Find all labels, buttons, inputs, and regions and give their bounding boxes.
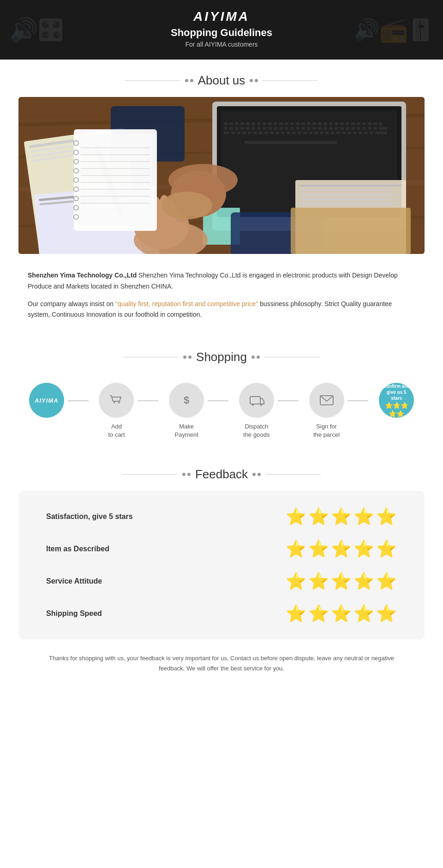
shopping-flow: AIYIMA Addto cart $ MakePayment (0, 374, 443, 453)
divider-line-left (125, 80, 180, 81)
payment-icon: $ (169, 383, 204, 418)
stars-shipping: ⭐ ⭐ ⭐ ⭐ ⭐ (286, 604, 397, 623)
svg-rect-143 (291, 208, 411, 254)
svg-rect-90 (359, 132, 362, 134)
cart-icon (99, 383, 134, 418)
about-company-name: Shenzhen Yima Technology Co.,Ltd (28, 271, 137, 279)
star-1: ⭐ (286, 507, 306, 526)
svg-point-145 (119, 402, 120, 404)
star-3: ⭐ (331, 507, 352, 526)
svg-rect-76 (281, 132, 285, 134)
svg-rect-77 (287, 132, 290, 134)
star-5: ⭐ (376, 507, 397, 526)
feedback-label-service: Service Attitude (46, 577, 286, 585)
svg-rect-39 (235, 127, 239, 130)
dot (252, 473, 256, 476)
svg-point-148 (260, 404, 262, 406)
dot (257, 473, 261, 476)
shopping-title: Shopping (196, 350, 247, 364)
svg-point-116 (162, 192, 212, 219)
svg-rect-61 (357, 127, 360, 130)
feedback-row-described: Item as Described ⭐ ⭐ ⭐ ⭐ ⭐ (46, 539, 397, 559)
dot (250, 79, 253, 82)
svg-rect-70 (248, 132, 251, 134)
svg-rect-92 (370, 132, 373, 134)
flow-label-payment: MakePayment (175, 422, 198, 439)
svg-rect-38 (229, 127, 233, 130)
svg-rect-146 (250, 397, 260, 404)
star-4: ⭐ (353, 572, 374, 591)
feedback-label-described: Item as Described (46, 545, 286, 553)
dots-right (252, 473, 261, 476)
svg-rect-74 (270, 132, 274, 134)
about-divider: About us (0, 73, 443, 88)
svg-rect-140 (300, 194, 397, 195)
star-3: ⭐ (331, 539, 352, 559)
divider-line-right (263, 80, 318, 81)
svg-rect-32 (357, 122, 360, 125)
brand-name: AIYIMA (0, 9, 443, 24)
feedback-label-satisfaction: Satisfaction, give 5 stars (46, 512, 286, 521)
svg-rect-139 (300, 189, 392, 191)
aiyima-icon: AIYIMA (29, 383, 64, 418)
svg-rect-23 (307, 122, 311, 125)
svg-rect-59 (346, 127, 349, 130)
star-5: ⭐ (376, 572, 397, 591)
svg-rect-73 (264, 132, 268, 134)
dot (257, 356, 260, 359)
svg-rect-50 (296, 127, 299, 130)
dot (255, 79, 258, 82)
svg-rect-33 (362, 122, 366, 125)
dot (188, 356, 192, 359)
feedback-row-service: Service Attitude ⭐ ⭐ ⭐ ⭐ ⭐ (46, 572, 397, 591)
svg-rect-18 (279, 122, 283, 125)
header-content: AIYIMA Shopping Guidelines For all AIYIM… (0, 9, 443, 48)
flow-step-payment: $ MakePayment (158, 383, 215, 439)
dispatch-svg (248, 392, 265, 409)
dots-right (250, 79, 258, 82)
svg-rect-69 (242, 132, 246, 134)
flow-step-cart: Addto cart (89, 383, 145, 439)
svg-rect-47 (279, 127, 283, 130)
svg-rect-36 (379, 122, 383, 125)
svg-rect-44 (263, 127, 266, 130)
svg-rect-60 (351, 127, 355, 130)
feedback-row-satisfaction: Satisfaction, give 5 stars ⭐ ⭐ ⭐ ⭐ ⭐ (46, 507, 397, 526)
svg-rect-40 (240, 127, 244, 130)
svg-rect-17 (274, 122, 277, 125)
svg-rect-72 (259, 132, 263, 134)
svg-rect-64 (373, 127, 377, 130)
svg-rect-81 (309, 132, 312, 134)
star-2: ⭐ (308, 572, 329, 591)
flow-step-dispatch: Dispatchthe goods (228, 383, 285, 439)
header: 🔊 🎛️ 🔊 📻 🎚️ AIYIMA Shopping Guidelines F… (0, 0, 443, 60)
svg-rect-30 (346, 122, 349, 125)
divider-line-right (264, 357, 320, 357)
svg-rect-48 (285, 127, 288, 130)
star-2: ⭐ (308, 507, 329, 526)
svg-rect-88 (347, 132, 351, 134)
svg-rect-28 (335, 122, 338, 125)
stars-described: ⭐ ⭐ ⭐ ⭐ ⭐ (286, 539, 397, 559)
flow-label-dispatch: Dispatchthe goods (243, 422, 269, 439)
svg-rect-54 (318, 127, 322, 130)
sign-svg (318, 392, 335, 409)
svg-rect-42 (251, 127, 255, 130)
svg-rect-8 (224, 122, 227, 125)
feedback-card: Satisfaction, give 5 stars ⭐ ⭐ ⭐ ⭐ ⭐ Ite… (18, 491, 425, 639)
svg-rect-49 (290, 127, 294, 130)
about-paragraph2-prefix: Our company always insist on (28, 300, 115, 307)
svg-rect-43 (257, 127, 261, 130)
svg-rect-12 (246, 122, 250, 125)
dispatch-icon (239, 383, 274, 418)
confirm-icon: Confirm andgive us 5 stars ⭐⭐⭐ ⭐⭐ (379, 383, 414, 418)
svg-rect-68 (237, 132, 240, 134)
feedback-footer: Thanks for shopping with us, your feedba… (0, 649, 443, 692)
svg-rect-24 (312, 122, 316, 125)
svg-rect-41 (246, 127, 250, 130)
svg-rect-37 (224, 127, 227, 130)
star-4: ⭐ (353, 604, 374, 623)
svg-rect-93 (375, 132, 387, 134)
star-3: ⭐ (331, 604, 352, 623)
svg-rect-52 (307, 127, 311, 130)
